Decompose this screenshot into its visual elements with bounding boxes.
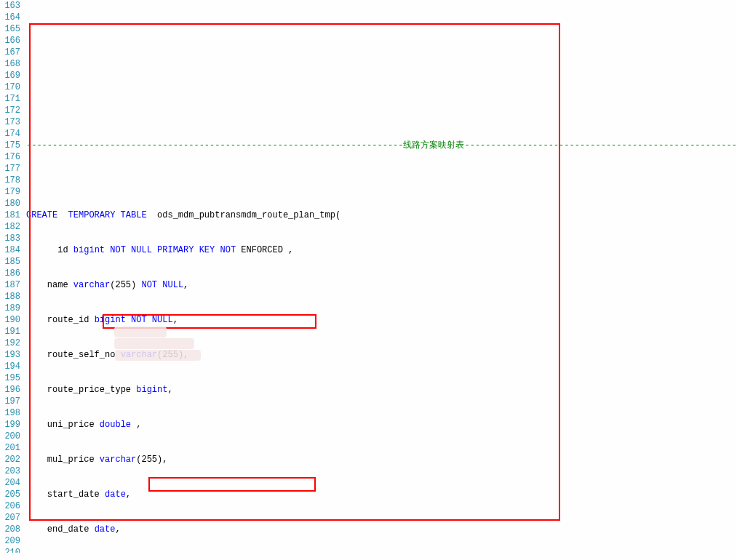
line-number: 182 (0, 221, 20, 233)
line-number: 175 (0, 140, 20, 151)
code-line[interactable]: mul_price varchar(255), (26, 454, 737, 465)
code-line[interactable]: CREATE TEMPORARY TABLE ods_mdm_pubtransm… (26, 209, 737, 221)
line-number: 186 (0, 268, 20, 279)
line-gutter: 1631641651661671681691701711721731741751… (0, 0, 26, 560)
code-line[interactable]: ----------------------------------------… (26, 140, 737, 151)
redaction-smudge (114, 327, 167, 337)
line-number: 201 (0, 442, 20, 454)
line-number: 192 (0, 337, 20, 349)
line-number: 167 (0, 47, 20, 58)
line-number: 207 (0, 512, 20, 524)
line-number: 179 (0, 186, 20, 198)
line-number: 191 (0, 326, 20, 337)
redaction-smudge (115, 350, 201, 361)
line-number: 180 (0, 198, 20, 209)
line-number: 202 (0, 454, 20, 465)
redaction-smudge (114, 338, 194, 349)
line-number: 205 (0, 489, 20, 500)
line-number: 198 (0, 407, 20, 419)
line-number: 168 (0, 58, 20, 70)
line-number: 197 (0, 396, 20, 407)
line-number: 199 (0, 419, 20, 431)
line-number: 189 (0, 303, 20, 314)
line-number: 209 (0, 535, 20, 547)
line-number: 187 (0, 279, 20, 291)
line-number: 181 (0, 209, 20, 221)
code-line[interactable]: end_date date, (26, 524, 737, 535)
code-line[interactable]: route_id bigint NOT NULL, (26, 314, 737, 326)
annotation-box-main (29, 23, 560, 521)
line-number: 170 (0, 81, 20, 93)
code-editor[interactable]: 1631641651661671681691701711721731741751… (0, 0, 737, 560)
line-number: 169 (0, 70, 20, 81)
code-area[interactable]: ----------------------------------------… (26, 0, 737, 560)
code-line[interactable]: start_date date, (26, 489, 737, 500)
code-line[interactable]: name varchar(255) NOT NULL, (26, 279, 737, 291)
line-number: 203 (0, 465, 20, 477)
line-number: 200 (0, 431, 20, 442)
line-number: 193 (0, 349, 20, 361)
line-number: 188 (0, 291, 20, 303)
line-number: 165 (0, 23, 20, 35)
code-line[interactable]: route_price_type bigint, (26, 384, 737, 396)
line-number: 210 (0, 547, 20, 553)
line-number: 206 (0, 500, 20, 512)
line-number: 190 (0, 314, 20, 326)
line-number: 195 (0, 372, 20, 384)
line-number: 171 (0, 93, 20, 105)
code-line[interactable]: uni_price double , (26, 419, 737, 431)
line-number: 184 (0, 244, 20, 256)
line-number: 208 (0, 524, 20, 535)
line-number: 177 (0, 163, 20, 175)
line-number: 172 (0, 105, 20, 116)
line-number: 196 (0, 384, 20, 396)
code-line[interactable] (26, 175, 737, 186)
line-number: 174 (0, 128, 20, 140)
code-line[interactable] (26, 105, 737, 116)
line-number: 173 (0, 116, 20, 128)
line-number: 176 (0, 151, 20, 163)
line-number: 183 (0, 233, 20, 244)
line-number: 204 (0, 477, 20, 489)
line-number: 164 (0, 12, 20, 23)
line-number: 194 (0, 361, 20, 372)
line-number: 185 (0, 256, 20, 268)
line-number: 166 (0, 35, 20, 47)
line-number: 163 (0, 0, 20, 12)
line-number: 178 (0, 175, 20, 186)
code-line[interactable]: id bigint NOT NULL PRIMARY KEY NOT ENFOR… (26, 244, 737, 256)
